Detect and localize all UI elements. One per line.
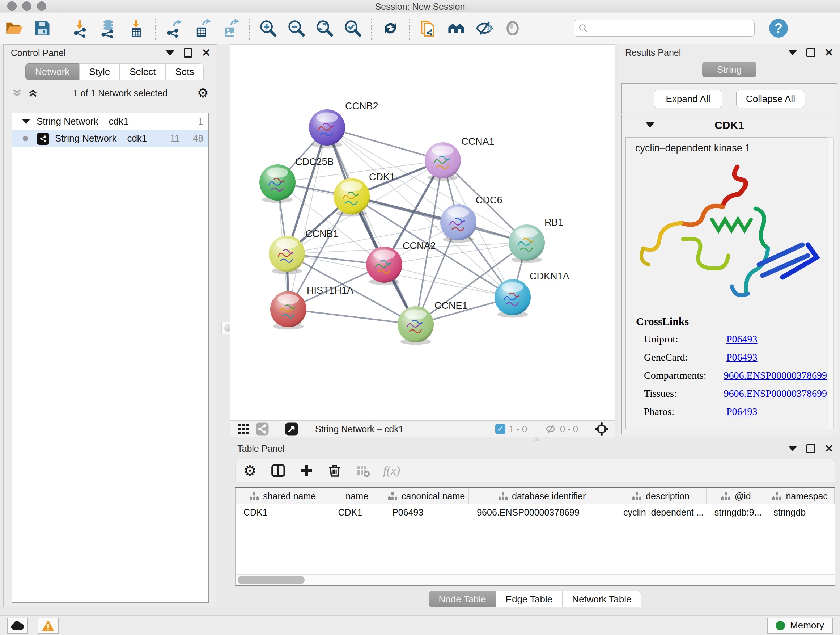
grid-view-icon[interactable]	[236, 422, 251, 436]
expand-all-icon[interactable]	[27, 88, 38, 98]
tab-select[interactable]: Select	[120, 63, 165, 80]
apply-layout-button[interactable]	[378, 16, 402, 40]
entry-expander-icon[interactable]	[646, 122, 654, 128]
tab-network-table[interactable]: Network Table	[562, 591, 641, 608]
node-CCNA1[interactable]: CCNA1	[425, 136, 494, 181]
birds-eye-view-icon[interactable]	[284, 422, 299, 436]
column-header-canonical-name[interactable]: canonical name	[384, 488, 469, 504]
column-header-database-identifier[interactable]: database identifier	[469, 488, 615, 504]
warnings-button[interactable]	[38, 618, 58, 633]
export-network-button[interactable]	[162, 16, 186, 40]
panel-menu-icon[interactable]	[788, 446, 797, 451]
panel-menu-icon[interactable]	[788, 50, 797, 55]
crosslink-link[interactable]: P06493	[726, 333, 758, 345]
create-column-plus-icon[interactable]	[298, 463, 314, 478]
table-horizontal-scrollbar[interactable]	[235, 574, 835, 585]
node-CDKN1A[interactable]: CDKN1A	[494, 271, 569, 318]
import-network-database-button[interactable]	[96, 16, 120, 40]
crosslink-link[interactable]: P06493	[726, 406, 758, 417]
edge-CCNB2-HIST1H1A[interactable]	[288, 127, 327, 309]
table-cell[interactable]: stringdb:9...	[706, 504, 766, 520]
home-string-button[interactable]	[444, 16, 468, 40]
node-RB1[interactable]: RB1	[508, 217, 564, 263]
cloud-status-button[interactable]	[7, 618, 28, 633]
save-session-button[interactable]	[30, 16, 54, 40]
help-button[interactable]: ?	[769, 19, 788, 38]
node-table[interactable]: shared namenamecanonical namedatabase id…	[235, 487, 835, 586]
import-network-file-button[interactable]	[68, 16, 92, 40]
collapse-all-icon[interactable]	[11, 88, 22, 98]
table-cell[interactable]: CDK1	[235, 504, 330, 520]
crosslink-link[interactable]: 9606.ENSP00000378699	[724, 388, 827, 399]
toolbar-separator	[155, 17, 156, 40]
network-row[interactable]: String Network – cdk1 11 48	[12, 130, 208, 147]
tab-style[interactable]: Style	[79, 63, 120, 80]
zoom-selected-button[interactable]	[341, 16, 365, 40]
memory-button[interactable]: Memory	[767, 618, 833, 633]
table-cell[interactable]: 9606.ENSP00000378699	[469, 504, 615, 520]
open-session-button[interactable]	[2, 16, 26, 40]
edge-HIST1H1A-CCNE1[interactable]	[288, 309, 416, 325]
crosslink-link[interactable]: P06493	[726, 352, 758, 363]
network-canvas[interactable]: CCNB2CCNA1CDC25BCDK1CDC6RB1CCNB1CCNA2CDK…	[230, 44, 615, 421]
table-cell[interactable]: CDK1	[330, 504, 385, 520]
table-cell[interactable]: cyclin–dependent ...	[615, 504, 706, 520]
column-header-@id[interactable]: @id	[706, 488, 766, 504]
float-panel-icon[interactable]	[184, 48, 193, 57]
network-label: String Network – cdk1	[55, 133, 147, 144]
close-panel-icon[interactable]: ✕	[824, 443, 834, 454]
column-header-description[interactable]: description	[615, 488, 706, 504]
selected-indicator-checkbox[interactable]: ✓	[495, 424, 505, 434]
node-CDC6[interactable]: CDC6	[440, 195, 502, 243]
delete-column-trash-icon[interactable]	[327, 463, 343, 478]
node-HIST1H1A[interactable]: HIST1H1A	[270, 285, 354, 330]
tab-sets[interactable]: Sets	[165, 63, 204, 80]
panel-menu-icon[interactable]	[166, 50, 174, 56]
crosslink-link[interactable]: 9606.ENSP00000378699	[724, 370, 827, 381]
search-input[interactable]	[588, 23, 740, 33]
zoom-out-button[interactable]	[284, 16, 308, 40]
crosslink-row: Tissues:9606.ENSP00000378699	[636, 388, 827, 399]
gear-icon[interactable]: ⚙	[197, 87, 209, 100]
toolbar-search[interactable]	[574, 20, 755, 36]
hide-unhide-button[interactable]	[472, 16, 496, 40]
export-image-button[interactable]	[218, 16, 242, 40]
node-CCNB2[interactable]: CCNB2	[309, 101, 378, 148]
float-panel-icon[interactable]	[806, 444, 815, 453]
float-panel-icon[interactable]	[806, 48, 815, 57]
zoom-fit-button[interactable]	[313, 16, 336, 40]
fit-selected-crosshair-icon[interactable]	[594, 422, 609, 436]
scrollbar-thumb[interactable]	[238, 576, 305, 584]
selected-node-edge-count: 1 - 0	[509, 424, 527, 434]
expand-all-button[interactable]: Expand All	[654, 90, 722, 108]
clone-network-button[interactable]	[416, 16, 440, 40]
column-header-shared-name[interactable]: shared name	[235, 488, 330, 504]
network-collection-row[interactable]: String Network – cdk1 1	[12, 113, 208, 130]
collapse-all-button[interactable]: Collapse All	[736, 90, 805, 108]
import-table-button[interactable]	[125, 16, 148, 40]
tab-node-table[interactable]: Node Table	[429, 591, 496, 608]
zoom-in-button[interactable]	[256, 16, 280, 40]
table-row[interactable]: CDK1CDK1P064939606.ENSP00000378699cyclin…	[235, 504, 835, 520]
tab-edge-table[interactable]: Edge Table	[496, 591, 562, 608]
node-CCNB1[interactable]: CCNB1	[269, 228, 339, 274]
collection-count: 1	[198, 116, 203, 127]
table-cell[interactable]: P06493	[384, 504, 469, 520]
shared-column-icon	[721, 492, 730, 501]
table-cell[interactable]: stringdb	[766, 504, 835, 520]
export-table-button[interactable]	[190, 16, 214, 40]
network-share-icon[interactable]	[255, 422, 270, 436]
column-header-namespac[interactable]: namespac	[766, 488, 835, 504]
close-panel-icon[interactable]: ✕	[202, 48, 211, 58]
results-vertical-scrollbar[interactable]	[828, 137, 834, 429]
column-header-name[interactable]: name	[330, 488, 384, 504]
table-options-gear-icon[interactable]: ⚙	[242, 463, 258, 478]
close-panel-icon[interactable]: ✕	[824, 47, 834, 58]
toolbar-separator	[61, 17, 62, 40]
show-graphics-details-button[interactable]	[501, 16, 524, 40]
show-columns-icon[interactable]	[270, 463, 286, 478]
network-view-toolbar: String Network – cdk1 ✓ 1 - 0 0 - 0	[230, 421, 615, 437]
tab-string[interactable]: String	[702, 62, 756, 78]
collection-expander-icon[interactable]	[22, 119, 30, 124]
tab-network[interactable]: Network	[25, 63, 79, 80]
